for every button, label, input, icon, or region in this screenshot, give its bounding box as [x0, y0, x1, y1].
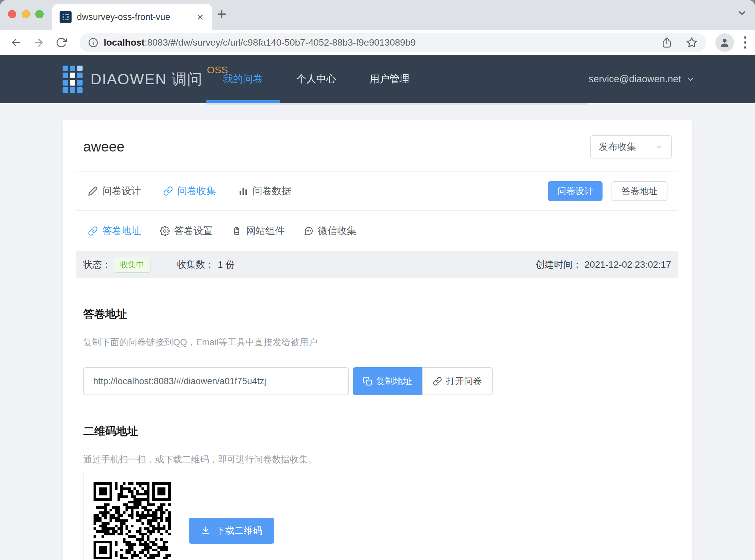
survey-card: aweee 发布收集 问卷设计 问卷收集 问卷数据	[63, 120, 692, 560]
status-badge: 收集中	[114, 257, 150, 273]
publish-select[interactable]: 发布收集	[590, 135, 672, 159]
qr-code-box	[83, 472, 181, 560]
survey-title: aweee	[83, 139, 124, 155]
tab-strip: dwsurvey-oss-front-vue × +	[0, 0, 755, 30]
qr-code-image	[94, 482, 171, 559]
survey-url-input[interactable]	[83, 367, 349, 395]
download-qrcode-button[interactable]: 下载二维码	[189, 518, 274, 544]
traffic-lights	[8, 10, 44, 18]
browser-window: dwsurvey-oss-front-vue × + localhost:808…	[0, 0, 755, 560]
gear-icon	[160, 226, 170, 236]
status-label: 状态：	[83, 258, 111, 271]
open-survey-button[interactable]: 打开问卷	[422, 367, 493, 395]
tab-survey-design[interactable]: 问卷设计	[88, 184, 141, 198]
link-icon	[88, 226, 98, 236]
url-text: localhost:8083/#/dw/survey/c/url/c98fa14…	[104, 37, 415, 48]
count-label: 收集数：	[177, 258, 215, 271]
app-navbar: DIAOWEN 调问 OSS 我的问卷 个人中心 用户管理 service@di…	[0, 55, 755, 103]
copy-address-button[interactable]: 复制地址	[353, 367, 422, 395]
subtab-answer-address[interactable]: 答卷地址	[88, 224, 141, 238]
info-icon[interactable]	[88, 38, 98, 47]
edit-icon	[88, 186, 98, 196]
address-bar[interactable]: localhost:8083/#/dw/survey/c/url/c98fa14…	[80, 33, 706, 52]
tab-title: dwsurvey-oss-front-vue	[77, 12, 196, 22]
page-background: aweee 发布收集 问卷设计 问卷收集 问卷数据	[0, 103, 755, 560]
count-value: 1 份	[218, 258, 235, 271]
minimize-window-button[interactable]	[22, 10, 30, 18]
url-path: :8083/#/dw/survey/c/url/c98fa140-50b7-40…	[144, 37, 415, 47]
qrcode-description: 通过手机扫一扫，或下载二维码，即可进行问卷数据收集。	[83, 454, 678, 465]
avatar-icon[interactable]	[715, 33, 734, 52]
url-host: localhost	[104, 37, 144, 47]
nav-item-profile[interactable]: 个人中心	[280, 55, 353, 103]
tab-search-chevron-icon[interactable]	[736, 7, 748, 19]
subtab-answer-settings[interactable]: 答卷设置	[160, 224, 213, 238]
answer-address-button[interactable]: 答卷地址	[612, 181, 668, 201]
answer-url-description: 复制下面的问卷链接到QQ，Email等工具中直接发给被用户	[83, 337, 678, 348]
survey-design-button[interactable]: 问卷设计	[548, 181, 603, 201]
answer-url-heading: 答卷地址	[83, 307, 678, 321]
browser-toolbar: localhost:8083/#/dw/survey/c/url/c98fa14…	[0, 30, 755, 55]
tab-survey-data[interactable]: 问卷数据	[238, 184, 291, 198]
close-tab-icon[interactable]: ×	[196, 11, 205, 23]
site-favicon-icon	[60, 11, 72, 23]
created-label: 创建时间：	[535, 258, 582, 271]
main-menu: 我的问卷 个人中心 用户管理	[206, 55, 426, 103]
chart-icon	[238, 186, 248, 196]
qrcode-heading: 二维码地址	[83, 424, 678, 438]
chevron-down-icon	[654, 142, 663, 151]
created-value: 2021-12-02 23:02:17	[585, 259, 671, 270]
menu-dots-icon[interactable]	[744, 36, 746, 48]
share-icon[interactable]	[661, 37, 672, 48]
chat-icon	[304, 226, 313, 236]
forward-icon[interactable]	[32, 36, 45, 49]
chevron-down-icon	[686, 75, 695, 84]
publish-select-value: 发布收集	[599, 140, 636, 153]
tab-survey-collect[interactable]: 问卷收集	[163, 184, 216, 198]
status-bar: 状态： 收集中 收集数： 1 份 创建时间： 2021-12-02 23:02:…	[76, 252, 678, 278]
bookmark-star-icon[interactable]	[686, 37, 697, 48]
menu-underline	[206, 103, 588, 104]
grid-logo-icon	[63, 65, 83, 93]
copy-icon	[363, 377, 372, 386]
new-tab-button[interactable]: +	[217, 5, 226, 23]
tag-icon	[232, 226, 242, 236]
nav-item-my-surveys[interactable]: 我的问卷	[206, 55, 280, 103]
zoom-window-button[interactable]	[35, 10, 44, 18]
download-icon	[201, 526, 211, 536]
nav-item-user-management[interactable]: 用户管理	[353, 55, 426, 103]
browser-tab[interactable]: dwsurvey-oss-front-vue ×	[52, 4, 212, 30]
link-icon	[433, 377, 442, 386]
subtab-site-widget[interactable]: 网站组件	[232, 224, 285, 238]
link-icon	[163, 186, 173, 196]
brand-name: DIAOWEN 调问	[90, 69, 203, 89]
back-icon[interactable]	[9, 36, 23, 49]
user-email: service@diaowen.net	[589, 74, 681, 84]
subtab-wechat-collect[interactable]: 微信收集	[304, 224, 356, 238]
reload-icon[interactable]	[55, 36, 68, 49]
close-window-button[interactable]	[8, 10, 16, 18]
user-dropdown[interactable]: service@diaowen.net	[589, 55, 695, 103]
